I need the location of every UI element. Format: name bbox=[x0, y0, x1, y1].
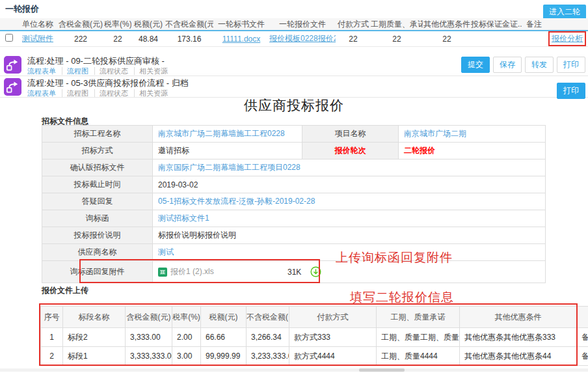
field-round-value: 二轮报价 bbox=[399, 143, 546, 159]
cell-payment[interactable]: 款方式333 bbox=[289, 328, 377, 347]
workflow-resources-link[interactable]: 相关资源 bbox=[139, 67, 174, 75]
cell-seq: 2 bbox=[41, 347, 63, 366]
unit-name-link[interactable]: 测试附件 bbox=[22, 34, 53, 43]
cell-quality-commitment[interactable]: 工期、质量4444 bbox=[377, 347, 460, 366]
download-icon[interactable] bbox=[310, 266, 321, 277]
page-title: 一轮报价 bbox=[5, 3, 39, 15]
col-other-conditions: 其他优惠条件 bbox=[460, 307, 577, 328]
cell-deposit bbox=[471, 31, 522, 47]
cell-remark bbox=[522, 31, 546, 47]
cell-amount-without-tax[interactable]: 3,233,333.01 bbox=[247, 347, 289, 366]
field-reply-value[interactable]: 05-1招标文件发放流程-泛微-孙毅-2019-02-28 bbox=[153, 193, 546, 210]
attachment-file-size: 31K bbox=[287, 268, 301, 277]
field-confirmed-doc-value[interactable]: 南京国际广场二期幕墙施工工程项目0228 bbox=[153, 159, 546, 176]
col-tax-rate: 税率(%) bbox=[172, 307, 201, 328]
field-project-value[interactable]: 南京城市广场二期幕墙施工工程0228 bbox=[153, 126, 302, 143]
attachment-file-name[interactable]: 报价1 (2).xls bbox=[170, 266, 280, 277]
cell-amount-with-tax[interactable]: 3,333,333.00 bbox=[126, 347, 172, 366]
col-seq: 序号 bbox=[41, 307, 63, 328]
quote-upload-table: 序号 标段名称 含税金额(元) 税率(%) 税额(元) 不含税金额(元) 付款方… bbox=[40, 306, 588, 366]
horizontal-scrollbar[interactable] bbox=[0, 368, 588, 372]
field-deadline-value: 2019-03-02 bbox=[153, 176, 546, 193]
col-amount-with-tax: 含税金额(元) bbox=[57, 18, 104, 31]
first-round-table: 单位名称 含税金额(元) 税率(%) 税额(元) 不含税金额(元) 一轮标书文件… bbox=[0, 18, 588, 47]
form-row: 确认版招标文件 南京国际广场二期幕墙施工工程项目0228 bbox=[42, 159, 546, 176]
cell-other-conditions[interactable]: 其他优惠条其他优惠条44 bbox=[460, 347, 577, 366]
quote-file-link[interactable]: 报价模板0228报价2.xls bbox=[269, 34, 336, 43]
field-project-name-value[interactable]: 南京城市广场二期 bbox=[399, 126, 546, 143]
excel-file-icon bbox=[158, 268, 167, 277]
cell-amount-without-tax[interactable]: 3,266.34 bbox=[247, 328, 289, 347]
col-deposit: 投标保证金证... bbox=[471, 18, 522, 31]
cell-quality-commitment[interactable]: 工期、质量工期、质量3333 bbox=[377, 328, 460, 347]
analysis-highlight-box: 报价分析 bbox=[548, 31, 586, 46]
cell-payment[interactable]: 款方式4444 bbox=[289, 347, 377, 366]
bid-file-link[interactable]: 11111.docx bbox=[222, 35, 261, 44]
cell-tax-rate[interactable]: 3.00 bbox=[172, 347, 201, 366]
cell-tax-rate[interactable]: 2.00 bbox=[172, 328, 201, 347]
col-payment: 付款方式 bbox=[289, 307, 377, 328]
field-round-label: 报价轮次 bbox=[302, 143, 399, 159]
workflow-diagram-link[interactable]: 流程图 bbox=[67, 67, 95, 75]
cell-tax-amount: 48.84 bbox=[131, 31, 165, 47]
row-checkbox[interactable] bbox=[5, 34, 13, 42]
cell-amount-without-tax: 173.16 bbox=[165, 31, 213, 47]
forward-button[interactable]: 转发 bbox=[525, 57, 554, 73]
col-payment: 付款方式 bbox=[336, 18, 371, 31]
print-button[interactable]: 打印 bbox=[557, 57, 585, 73]
header-checkbox-cell bbox=[0, 18, 18, 31]
field-method-value: 邀请招标 bbox=[153, 143, 302, 159]
cell-amount-with-tax[interactable]: 3,333.00 bbox=[126, 328, 172, 347]
cell-other: 22 bbox=[423, 31, 471, 47]
col-amount-without-tax: 不含税金额(元) bbox=[165, 18, 213, 31]
col-tax-amount: 税额(元) bbox=[131, 18, 165, 31]
col-amount-with-tax: 含税金额(元) bbox=[126, 307, 172, 328]
workflow-status-link[interactable]: 流程状态 bbox=[100, 67, 135, 75]
col-remark: 备注 bbox=[577, 307, 588, 328]
form-row: 询标函 测试招标文件1 bbox=[42, 210, 546, 227]
save-button[interactable]: 保存 bbox=[493, 57, 522, 73]
cell-remark[interactable]: 备注 bbox=[577, 347, 588, 366]
workflow-title: 流程:处理 - 05-3供应商投标报价流程 - 归档 bbox=[27, 77, 189, 89]
col-remark: 备注 bbox=[522, 18, 546, 31]
cell-tax-amount[interactable]: 66.66 bbox=[201, 328, 247, 347]
field-reply-label: 答疑回复 bbox=[42, 193, 153, 210]
cell-remark[interactable]: 备注 bbox=[577, 328, 588, 347]
col-section-name: 标段名称 bbox=[63, 307, 126, 328]
field-inquiry-label: 询标函 bbox=[42, 210, 153, 227]
cell-other-conditions[interactable]: 其他优惠条其他优惠条333 bbox=[460, 328, 577, 347]
form-row: 供应商名称 测试 bbox=[42, 244, 546, 261]
workflow-buttons: 提交保存转发打印 bbox=[458, 57, 585, 73]
field-supplier-label: 供应商名称 bbox=[42, 244, 153, 261]
form-title: 供应商投标报价 bbox=[0, 96, 588, 115]
workflow-bar-1: 流程:处理 - 09-二轮投标供应商审核 - 流程表单流程图流程状态相关资源 提… bbox=[0, 55, 588, 76]
col-tax-rate: 税率(%) bbox=[104, 18, 131, 31]
col-bid-file: 一轮标书文件 bbox=[213, 18, 269, 31]
col-other: 其他优惠条件 bbox=[423, 18, 471, 31]
quote-header-row: 序号 标段名称 含税金额(元) 税率(%) 税额(元) 不含税金额(元) 付款方… bbox=[41, 307, 588, 328]
workflow-form-link[interactable]: 流程表单 bbox=[27, 67, 62, 75]
field-inquiry-value[interactable]: 测试招标文件1 bbox=[153, 210, 546, 227]
field-project-label: 招标工程名称 bbox=[42, 126, 153, 143]
col-quote-file: 一轮报价文件 bbox=[269, 18, 336, 31]
cell-amount-with-tax: 222 bbox=[57, 31, 104, 47]
cell-seq: 1 bbox=[41, 328, 63, 347]
bid-info-form: 招标工程名称 南京城市广场二期幕墙施工工程0228 项目名称 南京城市广场二期 … bbox=[42, 125, 546, 283]
submit-button[interactable]: 提交 bbox=[461, 57, 490, 73]
quote-analysis-link[interactable]: 报价分析 bbox=[552, 34, 583, 43]
col-unit-name: 单位名称 bbox=[18, 18, 57, 31]
cell-quality: 22 bbox=[371, 31, 423, 47]
cell-section-name[interactable]: 标段2 bbox=[63, 328, 126, 347]
field-quote-note-label: 投标报价说明 bbox=[42, 227, 153, 244]
field-quote-note-value: 标报价说明标报价说明 bbox=[153, 227, 546, 244]
form-row: 答疑回复 05-1招标文件发放流程-泛微-孙毅-2019-02-28 bbox=[42, 193, 546, 210]
form-row: 投标截止时间 2019-03-02 bbox=[42, 176, 546, 193]
annotation-upload-reply: 上传询标函回复附件 bbox=[336, 249, 453, 266]
enter-second-round-button[interactable]: 进入二轮 bbox=[543, 5, 586, 20]
col-analysis bbox=[546, 18, 588, 31]
cell-section-name[interactable]: 标段1 bbox=[63, 347, 126, 366]
workflow-icon bbox=[4, 78, 21, 96]
scrollbar-thumb[interactable] bbox=[359, 368, 405, 372]
cell-tax-amount[interactable]: 99,999.99 bbox=[201, 347, 247, 366]
form-row: 招标工程名称 南京城市广场二期幕墙施工工程0228 项目名称 南京城市广场二期 bbox=[42, 126, 546, 143]
